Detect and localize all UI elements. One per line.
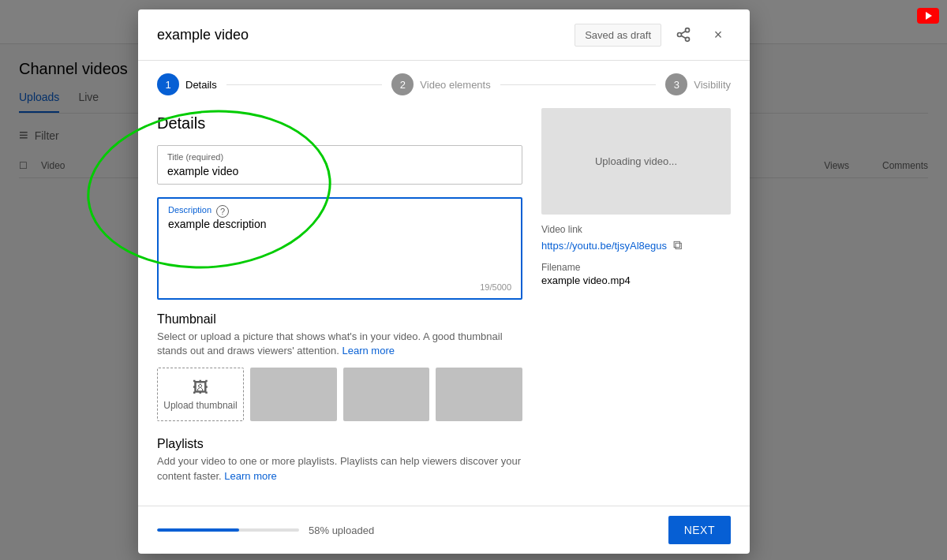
close-icon[interactable]: × (706, 22, 731, 47)
svg-line-4 (681, 31, 686, 33)
progress-bar-fill (157, 528, 239, 532)
next-button[interactable]: NEXT (668, 516, 731, 544)
step-2-label: Video elements (420, 79, 490, 91)
stepper: 1 Details 2 Video elements 3 Visibility (138, 61, 750, 108)
step-connector-2 (500, 84, 657, 85)
step-1: 1 Details (157, 73, 217, 95)
playlists-learn-more[interactable]: Learn more (224, 470, 276, 482)
video-link-label: Video link (541, 224, 731, 235)
share-icon[interactable] (671, 22, 696, 47)
thumbnail-option-1[interactable] (250, 368, 337, 421)
svg-point-0 (686, 28, 690, 32)
thumbnail-title: Thumbnail (157, 312, 522, 327)
progress-bar-container (157, 528, 299, 532)
thumbnail-section: Thumbnail Select or upload a picture tha… (157, 312, 522, 421)
svg-point-2 (686, 37, 690, 41)
youtube-icon (917, 8, 939, 24)
upload-icon: 🖼 (193, 379, 208, 397)
video-link-url[interactable]: https://youtu.be/tjsyAl8egus (541, 240, 667, 252)
modal-title: example video (157, 27, 249, 43)
upload-modal: example video Saved as draft × 1 Details (138, 9, 750, 554)
modal-left: Details Title (required) example video D… (157, 108, 541, 493)
thumbnail-options: 🖼 Upload thumbnail (157, 368, 522, 421)
step-2-circle: 2 (391, 73, 414, 95)
upload-thumbnail-button[interactable]: 🖼 Upload thumbnail (157, 368, 244, 421)
description-label: Description (168, 205, 211, 215)
video-link-row: https://youtu.be/tjsyAl8egus ⧉ (541, 238, 731, 252)
description-field-container[interactable]: Description ? example description 19/500… (157, 197, 522, 300)
description-value: example description (168, 218, 511, 230)
thumbnail-option-2[interactable] (343, 368, 430, 421)
saved-draft-button[interactable]: Saved as draft (575, 24, 661, 47)
thumbnail-option-3[interactable] (436, 368, 522, 421)
upload-thumbnail-label: Upload thumbnail (163, 400, 237, 411)
playlists-title: Playlists (157, 437, 522, 451)
thumbnail-learn-more[interactable]: Learn more (342, 345, 394, 357)
modal-header: example video Saved as draft × (138, 9, 750, 61)
step-1-label: Details (185, 79, 217, 91)
playlists-section: Playlists Add your video to one or more … (157, 437, 522, 493)
modal-body: Details Title (required) example video D… (138, 108, 750, 506)
svg-line-3 (681, 35, 686, 38)
details-section-title: Details (157, 114, 522, 133)
step-3-circle: 3 (665, 73, 687, 95)
char-count: 19/5000 (480, 282, 511, 292)
step-connector-1 (226, 84, 383, 85)
filename-value: example video.mp4 (541, 274, 731, 286)
uploading-text: Uploading video... (595, 155, 677, 167)
title-field-container[interactable]: Title (required) example video (157, 145, 522, 185)
modal-footer: 58% uploaded NEXT (138, 506, 750, 554)
title-field-label: Title (required) (167, 152, 512, 162)
modal-right: Uploading video... Video link https://yo… (541, 108, 731, 493)
copy-link-icon[interactable]: ⧉ (673, 238, 682, 252)
step-3-label: Visibility (694, 79, 731, 91)
upload-progress: 58% uploaded (157, 525, 668, 536)
description-help-icon[interactable]: ? (216, 205, 229, 218)
video-link-section: Video link https://youtu.be/tjsyAl8egus … (541, 224, 731, 252)
filename-section: Filename example video.mp4 (541, 262, 731, 286)
modal-header-actions: Saved as draft × (575, 22, 731, 47)
filename-label: Filename (541, 262, 731, 273)
playlists-desc: Add your video to one or more playlists.… (157, 454, 522, 483)
progress-text: 58% uploaded (309, 525, 374, 536)
video-preview: Uploading video... (541, 108, 731, 215)
step-1-circle: 1 (157, 73, 179, 95)
step-2: 2 Video elements (391, 73, 490, 95)
title-field-value: example video (167, 165, 512, 177)
description-label-row: Description ? (168, 205, 511, 218)
svg-point-1 (678, 33, 682, 37)
step-3: 3 Visibility (665, 73, 731, 95)
thumbnail-desc: Select or upload a picture that shows wh… (157, 330, 522, 358)
